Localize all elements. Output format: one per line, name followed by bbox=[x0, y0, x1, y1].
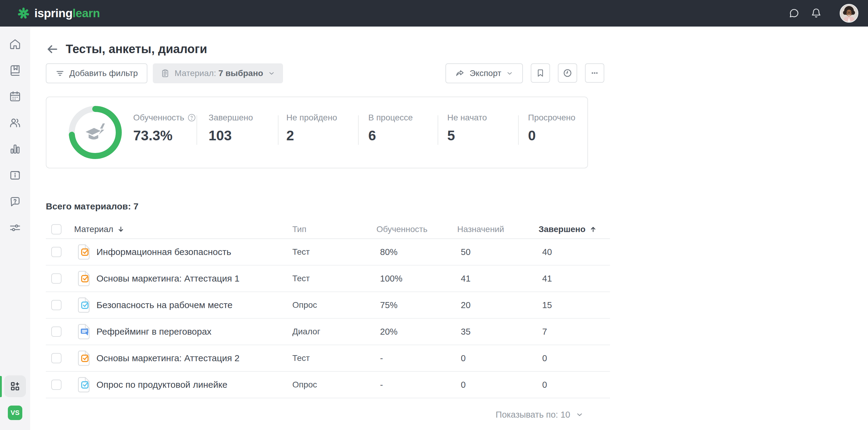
table-row[interactable]: Информационная безопасность Тест 80% 50 … bbox=[46, 239, 610, 265]
material-type: Тест bbox=[292, 274, 376, 283]
assigned-value: 41 bbox=[457, 274, 538, 284]
training-value: 75% bbox=[376, 300, 457, 310]
material-type: Опрос bbox=[292, 300, 376, 310]
training-value: 100% bbox=[376, 274, 457, 284]
column-header[interactable]: Тип bbox=[292, 225, 376, 234]
brand-logo[interactable]: ispringlearn bbox=[17, 7, 100, 20]
content-library-icon[interactable] bbox=[9, 64, 21, 76]
materials-table: МатериалТипОбученностьНазначенийЗавершен… bbox=[46, 220, 610, 398]
active-item-indicator bbox=[0, 376, 2, 397]
training-value: - bbox=[376, 353, 457, 363]
stat-divider bbox=[518, 115, 519, 145]
table-row[interactable]: Основы маркетинга: Аттестация 2 Тест - 0… bbox=[46, 345, 610, 372]
table-body: Информационная безопасность Тест 80% 50 … bbox=[46, 239, 610, 398]
material-type: Опрос bbox=[292, 380, 376, 390]
column-header-label: Обученность bbox=[376, 225, 427, 234]
export-button[interactable]: Экспорт bbox=[445, 63, 523, 83]
stat-value: 0 bbox=[528, 127, 575, 144]
column-header[interactable]: Завершено bbox=[538, 225, 610, 234]
column-header[interactable]: Обученность bbox=[376, 225, 457, 234]
completed-value: 0 bbox=[538, 380, 610, 390]
page-size-selector[interactable]: Показывать по: 10 bbox=[46, 406, 610, 424]
stat-divider bbox=[438, 115, 438, 145]
stat-item: Не пройдено 2 bbox=[286, 113, 337, 144]
assigned-value: 0 bbox=[457, 353, 538, 363]
column-header-label: Материал bbox=[74, 225, 113, 234]
avatar[interactable] bbox=[840, 4, 858, 23]
calendar-icon[interactable] bbox=[9, 90, 21, 103]
stat-item: Обученность 73.3% bbox=[133, 113, 196, 144]
table-row[interactable]: Основы маркетинга: Аттестация 1 Тест 100… bbox=[46, 265, 610, 292]
clipboard-icon bbox=[161, 69, 170, 78]
home-icon[interactable] bbox=[9, 38, 21, 50]
main-content: Тесты, анкеты, диалоги Добавить фильтр М… bbox=[30, 27, 868, 430]
material-name[interactable]: Безопасность на рабочем месте bbox=[96, 300, 233, 310]
reports-chart-icon[interactable] bbox=[9, 143, 21, 155]
total-materials-label: Всего материалов: 7 bbox=[46, 201, 138, 211]
history-button[interactable] bbox=[558, 63, 577, 83]
completed-value: 41 bbox=[538, 274, 610, 284]
apps-grid-button[interactable] bbox=[4, 375, 26, 397]
training-value: - bbox=[376, 380, 457, 390]
row-checkbox[interactable] bbox=[51, 353, 61, 363]
sidebar: VS bbox=[0, 27, 30, 430]
chevron-down-icon bbox=[268, 70, 275, 77]
column-header[interactable]: Назначений bbox=[457, 225, 538, 234]
back-arrow-button[interactable] bbox=[46, 42, 59, 56]
stat-value: 73.3% bbox=[133, 127, 196, 144]
material-filter-chip[interactable]: Материал: 7 выбрано bbox=[153, 63, 283, 83]
assigned-value: 20 bbox=[457, 300, 538, 310]
ellipsis-icon bbox=[590, 68, 599, 78]
table-row[interactable]: Рефрейминг в переговорах Диалог 20% 35 7 bbox=[46, 319, 610, 345]
more-options-button[interactable] bbox=[585, 63, 604, 83]
row-checkbox[interactable] bbox=[51, 326, 61, 337]
row-checkbox[interactable] bbox=[51, 300, 61, 310]
stat-value: 5 bbox=[447, 127, 487, 144]
brand-text: ispringlearn bbox=[34, 7, 100, 20]
material-name[interactable]: Основы маркетинга: Аттестация 1 bbox=[96, 274, 240, 284]
training-value: 20% bbox=[376, 327, 457, 337]
stat-divider bbox=[196, 115, 197, 145]
column-header[interactable]: Материал bbox=[74, 225, 292, 234]
bell-icon[interactable] bbox=[811, 8, 822, 19]
stat-divider bbox=[358, 115, 359, 145]
test-icon bbox=[78, 350, 90, 366]
row-checkbox[interactable] bbox=[51, 247, 61, 257]
assigned-value: 0 bbox=[457, 380, 538, 390]
table-row[interactable]: Безопасность на рабочем месте Опрос 75% … bbox=[46, 292, 610, 319]
dialog-icon bbox=[78, 324, 90, 340]
help-icon[interactable] bbox=[187, 113, 196, 122]
export-share-icon bbox=[455, 68, 465, 78]
stat-value: 103 bbox=[209, 127, 253, 144]
bookmark-button[interactable] bbox=[531, 63, 550, 83]
graduation-cap-icon bbox=[86, 123, 105, 139]
material-name[interactable]: Рефрейминг в переговорах bbox=[96, 326, 212, 337]
material-name[interactable]: Опрос по продуктовой линейке bbox=[96, 380, 227, 390]
support-question-icon[interactable] bbox=[9, 196, 21, 208]
row-checkbox[interactable] bbox=[51, 380, 61, 390]
user-initials-badge[interactable]: VS bbox=[8, 406, 22, 420]
chat-icon[interactable] bbox=[788, 8, 799, 19]
test-icon bbox=[78, 244, 90, 260]
material-type: Тест bbox=[292, 353, 376, 363]
table-row[interactable]: Опрос по продуктовой линейке Опрос - 0 0 bbox=[46, 372, 610, 398]
stat-label: Не пройдено bbox=[286, 113, 337, 122]
page-title: Тесты, анкеты, диалоги bbox=[66, 42, 207, 56]
info-portal-icon[interactable] bbox=[9, 169, 21, 181]
users-icon[interactable] bbox=[9, 117, 21, 129]
settings-sliders-icon[interactable] bbox=[9, 222, 21, 234]
select-all-checkbox[interactable] bbox=[51, 224, 61, 234]
apps-grid-plus-icon bbox=[10, 381, 21, 392]
completed-value: 0 bbox=[538, 353, 610, 363]
stat-item: Просрочено 0 bbox=[528, 113, 575, 144]
add-filter-button[interactable]: Добавить фильтр bbox=[46, 63, 147, 83]
material-name[interactable]: Основы маркетинга: Аттестация 2 bbox=[96, 353, 240, 363]
column-header-label: Завершено bbox=[538, 225, 586, 234]
completed-value: 15 bbox=[538, 300, 610, 310]
topbar: ispringlearn bbox=[0, 0, 868, 27]
chevron-down-icon bbox=[506, 70, 513, 77]
material-name[interactable]: Информационная безопасность bbox=[96, 247, 231, 257]
clock-icon bbox=[563, 68, 572, 78]
survey-icon bbox=[78, 377, 90, 393]
row-checkbox[interactable] bbox=[51, 274, 61, 284]
